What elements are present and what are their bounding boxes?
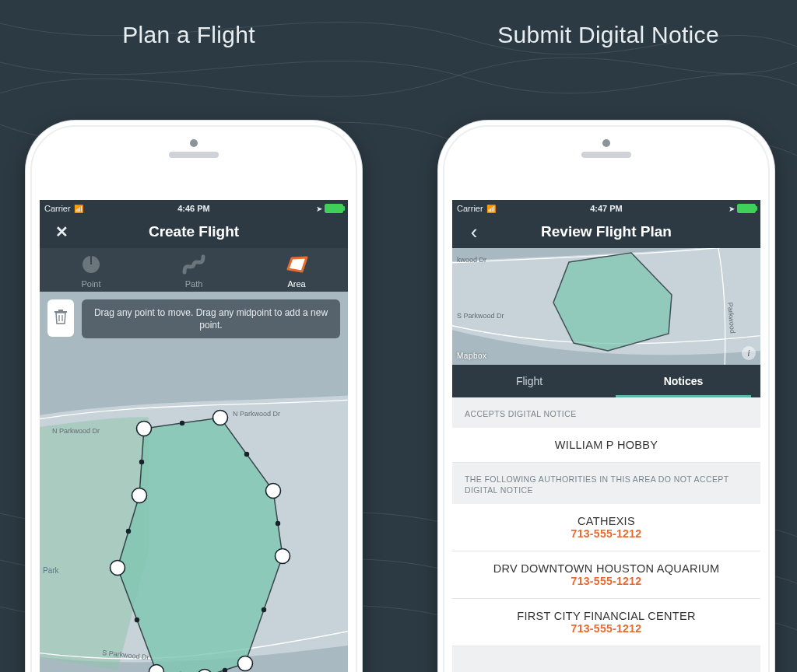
hint-bubble: Drag any point to move. Drag any midpoin… — [82, 299, 340, 338]
status-bar: Carrier 📶 4:47 PM ➤ — [452, 200, 760, 215]
authority-name: WILLIAM P HOBBY — [460, 439, 753, 451]
road-label-n1: N Parkwood Dr — [52, 427, 100, 435]
svg-point-23 — [132, 488, 147, 503]
battery-icon — [737, 204, 756, 213]
road-label-s: S Parkwood Dr — [457, 312, 504, 320]
authority-reject-item[interactable]: FIRST CITY FINANCIAL CENTER 713-555-1212 — [452, 599, 760, 646]
phone-camera — [190, 139, 198, 147]
tool-path-label: Path — [161, 279, 226, 289]
svg-point-22 — [111, 561, 125, 576]
section-accepts-header: ACCEPTS DIGITAL NOTICE — [452, 397, 760, 428]
authority-reject-item[interactable]: DRV DOWNTOWN HOUSTON AQUARIUM 713-555-12… — [452, 551, 760, 599]
screen-create-flight: Carrier 📶 4:46 PM ➤ ✕ Create Flight — [40, 200, 348, 672]
map-preview[interactable]: kwood Dr S Parkwood Dr Parkwood Mapbox i — [452, 248, 760, 365]
map-attribution: Mapbox — [457, 352, 487, 360]
status-time: 4:47 PM — [452, 204, 760, 213]
svg-point-14 — [139, 460, 144, 464]
authority-name: FIRST CITY FINANCIAL CENTER — [460, 610, 753, 622]
svg-point-17 — [266, 484, 281, 499]
marketing-title: Submit Digital Notice — [420, 22, 797, 48]
tool-area-label: Area — [264, 279, 329, 289]
tab-notices[interactable]: Notices — [606, 365, 760, 397]
tool-area[interactable]: Area — [264, 253, 329, 289]
park-label: Park — [43, 566, 60, 575]
road-label-n: kwood Dr — [457, 256, 486, 264]
chevron-left-icon: ‹ — [471, 220, 478, 244]
authority-reject-item[interactable]: CATHEXIS 713-555-1212 — [452, 504, 760, 551]
hint-row: Drag any point to move. Drag any midpoin… — [40, 292, 348, 348]
nav-title: Create Flight — [149, 223, 239, 240]
back-button[interactable]: ‹ — [458, 215, 490, 248]
trash-icon — [54, 309, 68, 328]
nav-header: ‹ Review Flight Plan — [452, 215, 760, 248]
battery-icon — [325, 204, 343, 213]
svg-point-7 — [244, 452, 249, 457]
authority-phone[interactable]: 713-555-1212 — [460, 575, 753, 587]
drawing-tool-segmented: Point Path Area — [40, 248, 348, 292]
nav-header: ✕ Create Flight — [40, 215, 348, 248]
authority-phone[interactable]: 713-555-1212 — [460, 622, 753, 635]
phone-speaker — [169, 152, 219, 158]
point-icon — [76, 253, 106, 276]
authority-name: CATHEXIS — [460, 515, 753, 527]
tool-point[interactable]: Point — [58, 253, 124, 289]
phone-mock: Carrier 📶 4:46 PM ➤ ✕ Create Flight — [26, 121, 362, 672]
svg-point-16 — [213, 411, 228, 425]
svg-point-6 — [180, 421, 184, 425]
map-canvas[interactable]: N Parkwood Dr N Parkwood Dr S Parkwood D… — [40, 348, 348, 672]
svg-rect-2 — [54, 311, 67, 313]
svg-rect-3 — [58, 310, 63, 311]
area-icon — [282, 253, 311, 276]
svg-point-9 — [262, 607, 266, 612]
status-bar: Carrier 📶 4:46 PM ➤ — [40, 200, 348, 215]
authority-name: DRV DOWNTOWN HOUSTON AQUARIUM — [460, 562, 753, 575]
screen-review-flight-plan: Carrier 📶 4:47 PM ➤ ‹ Review Flight Plan — [452, 200, 760, 672]
phone-mock: Carrier 📶 4:47 PM ➤ ‹ Review Flight Plan — [438, 121, 774, 672]
close-button[interactable]: ✕ — [46, 215, 77, 248]
svg-point-15 — [137, 422, 152, 436]
phone-speaker — [581, 152, 631, 158]
phone-camera — [602, 139, 610, 147]
tab-flight[interactable]: Flight — [452, 365, 606, 397]
nav-title: Review Flight Plan — [541, 223, 672, 240]
map-info-button[interactable]: i — [742, 346, 756, 360]
road-label-n2: N Parkwood Dr — [233, 410, 280, 418]
delete-button[interactable] — [47, 299, 74, 337]
svg-point-8 — [276, 521, 280, 526]
marketing-title: Plan a Flight — [0, 22, 377, 48]
svg-point-12 — [135, 618, 139, 622]
svg-point-19 — [238, 656, 253, 671]
notices-list[interactable]: ACCEPTS DIGITAL NOTICE WILLIAM P HOBBY T… — [452, 397, 760, 672]
close-icon: ✕ — [55, 222, 68, 241]
section-rejects-header: THE FOLLOWING AUTHORITIES IN THIS AREA D… — [452, 463, 760, 504]
status-time: 4:46 PM — [40, 204, 348, 213]
svg-rect-1 — [90, 256, 92, 264]
authority-accepts-item[interactable]: WILLIAM P HOBBY — [452, 428, 760, 463]
path-icon — [179, 253, 209, 276]
authority-phone[interactable]: 713-555-1212 — [460, 527, 753, 540]
panel-plan-a-flight: Plan a Flight Carrier 📶 4:46 PM ➤ ✕ — [0, 0, 377, 672]
info-icon: i — [747, 348, 750, 359]
svg-point-13 — [126, 529, 131, 534]
tool-path[interactable]: Path — [161, 253, 226, 289]
tab-bar: Flight Notices — [452, 365, 760, 397]
svg-point-18 — [276, 549, 290, 564]
tool-point-label: Point — [58, 279, 124, 289]
panel-submit-notice: Submit Digital Notice Carrier 📶 4:47 PM … — [420, 0, 797, 672]
